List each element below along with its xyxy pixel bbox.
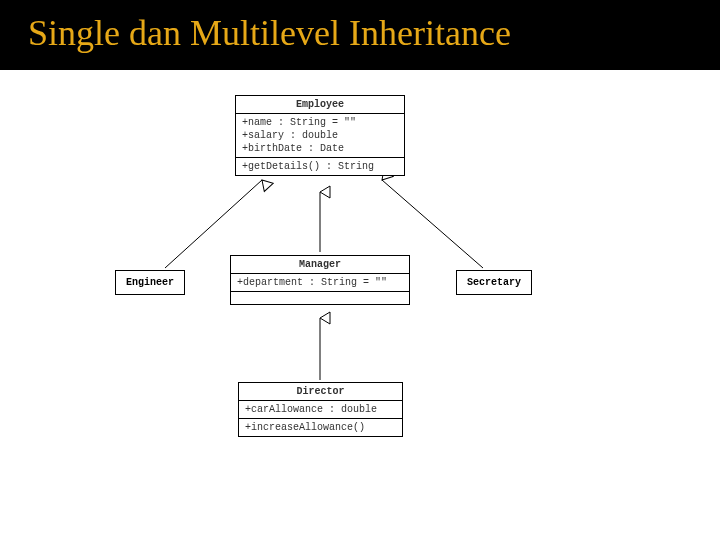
operations-section: +getDetails() : String bbox=[236, 158, 404, 175]
class-name: Employee bbox=[236, 96, 404, 114]
op: +getDetails() : String bbox=[242, 160, 398, 173]
operations-section: +increaseAllowance() bbox=[239, 419, 402, 436]
attributes-section: +carAllowance : double bbox=[239, 401, 402, 419]
attr: +department : String = "" bbox=[237, 276, 403, 289]
op: +increaseAllowance() bbox=[245, 421, 396, 434]
class-name: Director bbox=[239, 383, 402, 401]
attr: +carAllowance : double bbox=[245, 403, 396, 416]
attr: +birthDate : Date bbox=[242, 142, 398, 155]
attr: +name : String = "" bbox=[242, 116, 398, 129]
attributes-section: +department : String = "" bbox=[231, 274, 409, 292]
class-director: Director +carAllowance : double +increas… bbox=[238, 382, 403, 437]
title-bar: Single dan Multilevel Inheritance bbox=[0, 0, 720, 68]
page-title: Single dan Multilevel Inheritance bbox=[28, 12, 692, 54]
class-secretary: Secretary bbox=[456, 270, 532, 295]
class-name: Manager bbox=[231, 256, 409, 274]
class-engineer: Engineer bbox=[115, 270, 185, 295]
attr: +salary : double bbox=[242, 129, 398, 142]
class-name: Secretary bbox=[467, 277, 521, 288]
class-employee: Employee +name : String = "" +salary : d… bbox=[235, 95, 405, 176]
operations-section bbox=[231, 292, 409, 304]
uml-diagram: Employee +name : String = "" +salary : d… bbox=[0, 70, 720, 540]
class-manager: Manager +department : String = "" bbox=[230, 255, 410, 305]
class-name: Engineer bbox=[126, 277, 174, 288]
attributes-section: +name : String = "" +salary : double +bi… bbox=[236, 114, 404, 158]
